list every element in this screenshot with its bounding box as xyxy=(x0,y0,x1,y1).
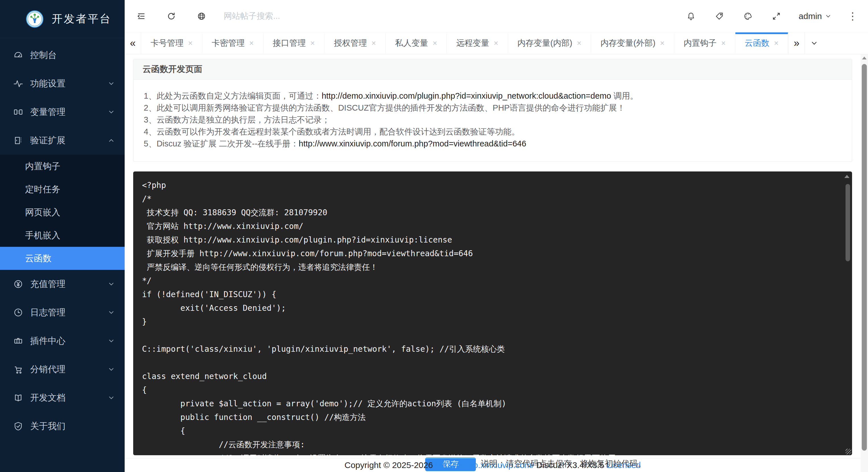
fullscreen-button[interactable] xyxy=(770,10,783,23)
tab-memory-var-external[interactable]: 内存变量(外部) × xyxy=(591,32,674,54)
copyright-text: Copyright © 2025-2026 xyxy=(344,460,435,470)
cart-icon xyxy=(13,364,23,374)
sidebar-item-features[interactable]: 功能设置 xyxy=(0,69,125,98)
sidebar-item-label: 内置钩子 xyxy=(25,160,60,172)
language-button[interactable] xyxy=(195,10,208,23)
header-right-tools: admin ⋮ xyxy=(685,10,858,23)
tab-builtin-hook[interactable]: 内置钩子 × xyxy=(674,32,735,54)
sidebar-item-cloud-function[interactable]: 云函数 xyxy=(0,247,125,270)
close-tab-icon[interactable]: × xyxy=(188,39,193,48)
shield-check-icon xyxy=(13,421,23,431)
sidebar-item-console[interactable]: 控制台 xyxy=(0,41,125,69)
header-left-tools xyxy=(135,10,208,23)
main-area: admin ⋮ « 卡号管理 × 卡密管理 × 接口管理 × 授权管理 × 私人… xyxy=(125,0,868,472)
plugin-box-icon xyxy=(13,336,23,346)
instruction-line: 4、云函数可以作为开发者在远程封装某个函数或者方法时调用，配合软件设计达到云函数… xyxy=(144,126,840,138)
notifications-button[interactable] xyxy=(685,10,697,23)
palette-icon xyxy=(743,11,753,21)
close-tab-icon[interactable]: × xyxy=(577,39,581,48)
instruction-line: 3、云函数方法是独立的执行层，方法日志不记录； xyxy=(144,114,840,126)
app-logo-icon xyxy=(26,10,44,28)
tab-auth-manage[interactable]: 授权管理 × xyxy=(324,32,385,54)
sidebar-item-agents[interactable]: 分销代理 xyxy=(0,355,125,383)
php-code[interactable]: <?php /* 技术支持 QQ: 3188639 QQ交流群: 2810799… xyxy=(133,171,852,455)
sidebar-item-mobile-embed[interactable]: 手机嵌入 xyxy=(0,224,125,247)
refresh-button[interactable] xyxy=(165,10,178,23)
tab-bar: « 卡号管理 × 卡密管理 × 接口管理 × 授权管理 × 私人变量 × 远程变… xyxy=(125,32,868,54)
username: admin xyxy=(799,11,822,21)
close-tab-icon[interactable]: × xyxy=(310,39,315,48)
close-tab-icon[interactable]: × xyxy=(371,39,376,48)
scroll-up-icon[interactable] xyxy=(862,57,867,60)
sidebar-item-label: 分销代理 xyxy=(30,363,65,375)
sidebar-item-verify-extension[interactable]: 验证扩展 xyxy=(0,126,125,155)
sidebar-item-label: 验证扩展 xyxy=(30,134,65,146)
sidebar-item-label: 充值管理 xyxy=(30,278,65,290)
close-tab-icon[interactable]: × xyxy=(774,39,779,48)
close-tab-icon[interactable]: × xyxy=(249,39,254,48)
code-editor[interactable]: <?php /* 技术支持 QQ: 3188639 QQ交流群: 2810799… xyxy=(133,171,852,455)
sidebar-item-label: 控制台 xyxy=(30,49,57,61)
sidebar-item-recharge[interactable]: 充值管理 xyxy=(0,270,125,298)
sidebar-item-web-embed[interactable]: 网页嵌入 xyxy=(0,201,125,224)
tabs-dropdown-button[interactable] xyxy=(805,32,823,54)
close-tab-icon[interactable]: × xyxy=(494,39,498,48)
tabs-scroll-right-button[interactable]: » xyxy=(788,32,805,54)
sidebar: 开发者平台 控制台 功能设置 变量管理 xyxy=(0,0,125,472)
user-menu[interactable]: admin xyxy=(799,11,832,21)
tab-remote-var[interactable]: 远程变量 × xyxy=(447,32,508,54)
panel-instructions: 1、此处为云函数自定义方法编辑页面，可通过：http://demo.xinxiu… xyxy=(133,79,852,162)
more-options-button[interactable]: ⋮ xyxy=(847,11,858,21)
tab-memory-var-internal[interactable]: 内存变量(内部) × xyxy=(508,32,591,54)
editor-resize-handle[interactable] xyxy=(845,449,851,454)
sidebar-item-label: 功能设置 xyxy=(30,78,65,90)
sidebar-item-plugin-center[interactable]: 插件中心 xyxy=(0,327,125,355)
editor-scroll-up-icon[interactable] xyxy=(844,175,849,178)
book-icon xyxy=(13,393,23,403)
sidebar-item-dev-docs[interactable]: 开发文档 xyxy=(0,383,125,412)
sidebar-item-label: 变量管理 xyxy=(30,106,65,118)
search-input[interactable] xyxy=(224,11,372,21)
sidebar-item-label: 云函数 xyxy=(25,252,52,264)
sidebar-item-label: 网页嵌入 xyxy=(25,206,60,218)
sidebar-item-about-us[interactable]: 关于我们 xyxy=(0,412,125,440)
tab-cloud-function[interactable]: 云函数 × xyxy=(735,32,788,54)
chevron-down-icon xyxy=(107,337,115,345)
page-scrollbar[interactable] xyxy=(861,54,868,472)
collapse-menu-icon xyxy=(136,11,146,21)
sidebar-item-label: 开发文档 xyxy=(30,392,65,404)
sidebar-item-label: 关于我们 xyxy=(30,420,65,432)
clock-icon xyxy=(13,307,23,317)
sidebar-item-variables[interactable]: 变量管理 xyxy=(0,98,125,126)
chevron-down-icon xyxy=(107,394,115,402)
sidebar-item-cron-task[interactable]: 定时任务 xyxy=(0,178,125,201)
editor-scrollbar-thumb[interactable] xyxy=(845,184,850,261)
theme-button[interactable] xyxy=(742,10,754,23)
tabs-scroll-left-button[interactable]: « xyxy=(125,32,141,54)
sidebar-item-logs[interactable]: 日志管理 xyxy=(0,298,125,327)
instruction-line: 5、Discuz 验证扩展 二次开发--在线手册：http://www.xinx… xyxy=(144,138,840,149)
instruction-line: 2、此处可以调用新秀网络验证官方提供的方法函数、DISCUZ官方提供的插件开发的… xyxy=(144,102,840,114)
tab-private-var[interactable]: 私人变量 × xyxy=(385,32,447,54)
sidebar-item-builtin-hook[interactable]: 内置钩子 xyxy=(0,155,125,178)
tags-button[interactable] xyxy=(713,10,726,23)
tab-card-number[interactable]: 卡号管理 × xyxy=(141,32,203,54)
close-tab-icon[interactable]: × xyxy=(660,39,664,48)
verify-extension-submenu: 内置钩子 定时任务 网页嵌入 手机嵌入 云函数 xyxy=(0,155,125,270)
yen-circle-icon xyxy=(13,279,23,289)
close-tab-icon[interactable]: × xyxy=(721,39,726,48)
chevron-down-icon xyxy=(107,309,115,316)
chevron-down-icon xyxy=(810,39,818,47)
chevron-down-icon xyxy=(107,80,115,87)
collapse-sidebar-button[interactable] xyxy=(135,10,147,23)
cloud-function-panel: 云函数开发页面 1、此处为云函数自定义方法编辑页面，可通过：http://dem… xyxy=(133,59,852,162)
tab-card-secret[interactable]: 卡密管理 × xyxy=(203,32,264,54)
close-tab-icon[interactable]: × xyxy=(433,39,437,48)
app-title: 开发者平台 xyxy=(52,12,112,26)
sidebar-menu: 控制台 功能设置 变量管理 验证扩展 内置钩子 xyxy=(0,38,125,472)
page-content: 云函数开发页面 1、此处为云函数自定义方法编辑页面，可通过：http://dem… xyxy=(125,54,868,472)
tab-api-manage[interactable]: 接口管理 × xyxy=(264,32,325,54)
page-scrollbar-thumb[interactable] xyxy=(862,64,867,451)
chevron-down-icon xyxy=(825,13,832,20)
refresh-icon xyxy=(166,11,176,21)
